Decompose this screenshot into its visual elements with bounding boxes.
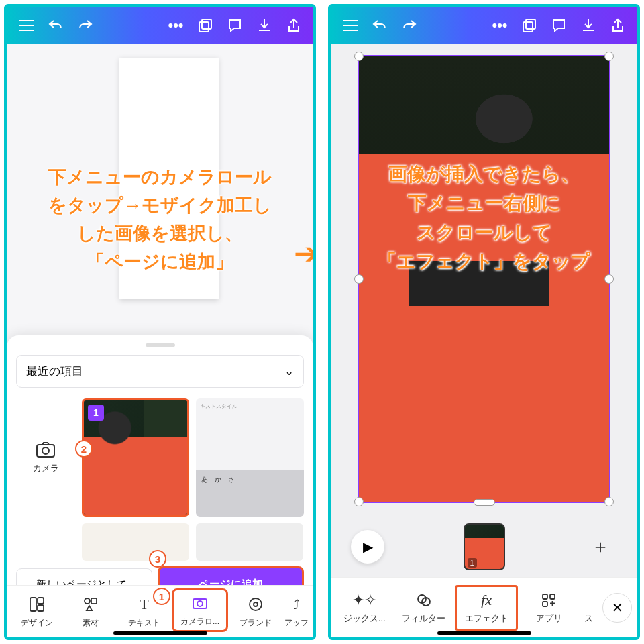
chevron-down-icon: ⌄ — [284, 364, 294, 378]
svg-rect-0 — [199, 22, 209, 32]
resize-handle[interactable] — [604, 497, 614, 506]
selected-image[interactable] — [358, 55, 610, 503]
home-indicator — [113, 631, 207, 635]
template-thumb-2[interactable] — [196, 523, 303, 561]
svg-rect-6 — [38, 605, 44, 611]
callout-3: 3 — [149, 550, 166, 568]
tab-upload[interactable]: ⤴アッフ — [283, 594, 309, 629]
pages-icon[interactable] — [193, 13, 218, 38]
menu-icon[interactable] — [13, 13, 39, 38]
more-icon[interactable]: ••• — [487, 13, 513, 38]
left-screenshot: ••• 下メニューのカメラロール をタップ→モザイク加工し した画像を選択し、 … — [4, 4, 316, 640]
resize-handle[interactable] — [354, 497, 364, 506]
pages-icon[interactable] — [517, 13, 542, 38]
comment-icon[interactable] — [546, 13, 572, 38]
text-icon: T — [134, 594, 154, 614]
toolbar: ••• — [7, 7, 313, 44]
keyboard-thumbnail[interactable]: キストスタイル あ か さ — [196, 398, 304, 517]
tab-apps[interactable]: アプリ — [521, 591, 577, 625]
image-thumbnail[interactable]: 1 — [82, 398, 189, 517]
right-screenshot: ••• 画像が挿入できたら、 下メニュー右側に スクロールして 「エフェクト」を… — [328, 4, 640, 640]
share-icon[interactable] — [605, 13, 631, 38]
close-button[interactable]: ✕ — [602, 593, 632, 623]
cameraroll-icon — [190, 593, 210, 613]
add-page-button[interactable]: ＋ — [584, 530, 617, 564]
home-indicator — [437, 631, 531, 635]
tab-magic[interactable]: ✦✧ジックス... — [336, 591, 392, 625]
canvas: 画像が挿入できたら、 下メニュー右側に スクロールして 「エフェクト」をタップ … — [331, 44, 637, 637]
tab-filter[interactable]: フィルター — [395, 591, 451, 625]
svg-rect-8 — [91, 598, 97, 604]
camera-tile[interactable]: カメラ — [16, 398, 75, 517]
redo-icon[interactable] — [396, 13, 422, 38]
svg-rect-14 — [526, 19, 535, 29]
toolbar: ••• — [331, 7, 637, 44]
filter-icon — [416, 591, 432, 610]
svg-point-10 — [197, 601, 203, 606]
redo-icon[interactable] — [72, 13, 98, 38]
menu-icon[interactable] — [337, 13, 363, 38]
sparkle-icon: ✦✧ — [352, 591, 376, 610]
svg-rect-5 — [38, 598, 44, 604]
resize-handle[interactable] — [474, 499, 495, 506]
sheet-grabber[interactable] — [146, 343, 175, 347]
tab-more[interactable]: ス — [580, 591, 597, 625]
resize-handle[interactable] — [604, 52, 614, 61]
apps-icon — [541, 591, 556, 610]
design-icon — [27, 594, 47, 614]
more-icon[interactable]: ••• — [163, 13, 189, 38]
download-icon[interactable] — [252, 13, 277, 38]
tab-design[interactable]: デザイン — [11, 594, 63, 629]
svg-point-3 — [42, 447, 49, 454]
comment-icon[interactable] — [222, 13, 248, 38]
svg-point-7 — [85, 598, 90, 604]
callout-1: 1 — [153, 588, 170, 605]
recent-dropdown[interactable]: 最近の項目 ⌄ — [16, 355, 304, 388]
svg-rect-19 — [543, 602, 547, 606]
camera-icon — [36, 441, 56, 458]
tab-cameraroll[interactable]: カメラロ... — [172, 588, 228, 632]
fx-icon: fx — [481, 591, 492, 610]
svg-rect-2 — [37, 445, 54, 457]
svg-rect-13 — [523, 22, 533, 32]
tab-effect[interactable]: fxエフェクト — [455, 585, 518, 631]
tab-elements[interactable]: 素材 — [64, 594, 117, 629]
svg-rect-17 — [543, 594, 547, 599]
download-icon[interactable] — [576, 13, 601, 38]
instruction-text: 下メニューのカメラロール をタップ→モザイク加工し した画像を選択し、 「ページ… — [7, 164, 313, 276]
timeline: ▶ 1 ＋ — [331, 521, 637, 573]
brand-icon — [246, 594, 266, 614]
arrow-icon: ➔ — [294, 236, 313, 270]
timeline-thumbnail[interactable]: 1 — [464, 523, 505, 570]
tab-brand[interactable]: ブランド — [229, 594, 282, 629]
callout-2: 2 — [75, 440, 93, 458]
canvas: 下メニューのカメラロール をタップ→モザイク加工し した画像を選択し、 「ページ… — [7, 44, 313, 637]
template-thumb-1[interactable] — [82, 523, 189, 561]
svg-rect-4 — [30, 598, 36, 611]
selection-badge: 1 — [88, 405, 104, 421]
undo-icon[interactable] — [43, 13, 68, 38]
undo-icon[interactable] — [367, 13, 392, 38]
elements-icon — [80, 594, 101, 614]
bottom-tabs: ✦✧ジックス... フィルター fxエフェクト アプリ ス ✕ — [331, 577, 637, 637]
share-icon[interactable] — [281, 13, 307, 38]
camera-label: カメラ — [33, 462, 59, 474]
dropdown-label: 最近の項目 — [26, 364, 83, 379]
upload-icon: ⤴ — [286, 594, 307, 614]
svg-rect-1 — [202, 19, 211, 29]
resize-handle[interactable] — [354, 52, 364, 61]
instruction-text: 画像が挿入できたら、 下メニュー右側に スクロールして 「エフェクト」をタップ — [331, 160, 637, 276]
play-button[interactable]: ▶ — [351, 530, 384, 564]
svg-point-11 — [250, 598, 262, 610]
svg-rect-18 — [550, 594, 555, 599]
svg-point-12 — [254, 602, 258, 606]
